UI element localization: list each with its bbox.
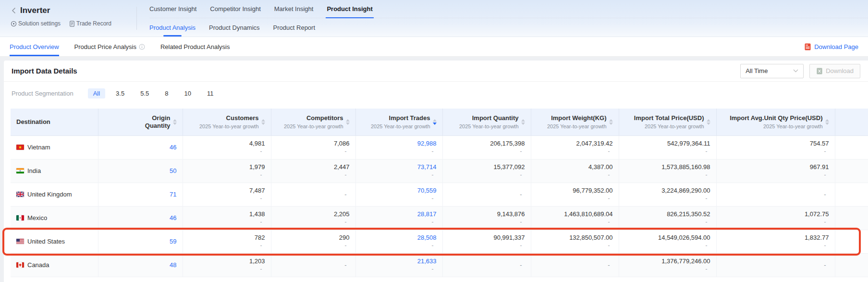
back-icon[interactable] bbox=[11, 7, 17, 14]
tab-product-insight[interactable]: Product Insight bbox=[327, 0, 372, 18]
column-header-origin-quantity[interactable]: Origin Quantity bbox=[98, 109, 183, 135]
cell-value: 2,205 bbox=[277, 210, 350, 218]
value-cell[interactable]: 92,988- bbox=[355, 135, 442, 159]
subtab-product-overview[interactable]: Product Overview bbox=[10, 37, 59, 56]
value-cell[interactable]: 21,633- bbox=[355, 253, 442, 277]
download-button[interactable]: Download bbox=[809, 64, 860, 78]
import-trades-link[interactable]: 28,817 bbox=[362, 210, 437, 218]
sort-control-competitors[interactable] bbox=[346, 119, 350, 125]
destination-cell: Mexico bbox=[11, 206, 98, 230]
column-growth-caption: 2025 Year-to-year growth bbox=[634, 123, 704, 129]
import-trades-link[interactable]: 21,633 bbox=[362, 257, 437, 265]
sort-control-origin-quantity[interactable] bbox=[173, 119, 177, 125]
column-header-import-quantity[interactable]: Import Quantity2025 Year-to-year growth bbox=[442, 109, 531, 135]
cell-growth: - bbox=[537, 242, 613, 249]
segmentation-row: Product Segmentation All3.55.581011 bbox=[4, 82, 868, 105]
caret-up-icon bbox=[521, 119, 525, 122]
import-trades-link[interactable]: 28,508 bbox=[362, 233, 437, 242]
tab-product-report[interactable]: Product Report bbox=[273, 18, 315, 37]
segmentation-option-11[interactable]: 11 bbox=[202, 88, 219, 98]
segmentation-option-all[interactable]: All bbox=[88, 88, 105, 98]
empty-cell bbox=[835, 206, 868, 230]
import-trades-link[interactable]: 73,714 bbox=[362, 163, 437, 171]
column-header-customers[interactable]: Customers2025 Year-to-year growth bbox=[183, 109, 271, 135]
column-header-import-trades[interactable]: Import Trades2025 Year-to-year growth bbox=[355, 109, 442, 135]
caret-down-icon bbox=[521, 123, 525, 125]
column-growth-caption: 2025 Year-to-year growth bbox=[547, 123, 607, 129]
origin-quantity-link[interactable]: 50 bbox=[170, 167, 176, 174]
origin-quantity-link[interactable]: 46 bbox=[170, 214, 176, 221]
tab-competitor-insight[interactable]: Competitor Insight bbox=[210, 0, 261, 18]
value-cell[interactable]: 70,559- bbox=[355, 183, 442, 206]
cell-growth: - bbox=[625, 171, 710, 179]
cell-value: 4,981 bbox=[189, 139, 265, 147]
column-header-import-weight-kg[interactable]: Import Weight(KG)2025 Year-to-year growt… bbox=[531, 109, 619, 135]
subtab-product-price-analysis[interactable]: Product Price Analysis bbox=[74, 37, 145, 56]
origin-quantity-link[interactable]: 71 bbox=[170, 191, 176, 198]
empty-value-dash: - bbox=[722, 261, 829, 269]
value-cell: - bbox=[716, 253, 835, 277]
sort-control-import-avg-unit-qty-price-usd[interactable] bbox=[825, 119, 829, 125]
origin-quantity-cell: 50 bbox=[98, 159, 183, 183]
cell-growth: - bbox=[449, 147, 525, 155]
cell-value: 14,549,026,594.00 bbox=[625, 233, 710, 242]
segmentation-label: Product Segmentation bbox=[12, 90, 73, 97]
import-trades-link[interactable]: 70,559 bbox=[362, 186, 437, 195]
trade-record-button[interactable]: Trade Record bbox=[69, 20, 111, 27]
value-cell: 1,832.77- bbox=[716, 230, 835, 253]
column-header-import-avg: Import Avg2 bbox=[835, 109, 868, 135]
column-header-import-total-price-usd[interactable]: Import Total Price(USD)2025 Year-to-year… bbox=[619, 109, 716, 135]
value-cell[interactable]: 28,508- bbox=[355, 230, 442, 253]
import-trades-link[interactable]: 92,988 bbox=[362, 139, 437, 147]
value-cell: - bbox=[271, 183, 355, 206]
segmentation-option-5-5[interactable]: 5.5 bbox=[135, 88, 154, 98]
card-header: Import Data Details All Time Download bbox=[4, 61, 868, 82]
value-cell: 9,143,876- bbox=[442, 206, 531, 230]
solution-settings-button[interactable]: Solution settings bbox=[11, 20, 61, 27]
table-wrap: DestinationOrigin QuantityCustomers2025 … bbox=[11, 109, 868, 277]
cell-growth: - bbox=[722, 171, 829, 179]
tab-product-dynamics[interactable]: Product Dynamics bbox=[209, 18, 259, 37]
table-row-mexico: Mexico461,438-2,205-28,817-9,143,876-1,4… bbox=[11, 206, 868, 230]
cell-value: 967.91 bbox=[722, 163, 829, 171]
origin-quantity-link[interactable]: 48 bbox=[170, 261, 176, 269]
top-header: Inverter Solution settings Trade Record … bbox=[0, 0, 868, 37]
value-cell[interactable]: 28,817- bbox=[355, 206, 442, 230]
column-header-competitors[interactable]: Competitors2025 Year-to-year growth bbox=[271, 109, 355, 135]
sort-control-import-trades[interactable] bbox=[433, 119, 437, 125]
segmentation-option-10[interactable]: 10 bbox=[179, 88, 196, 98]
segmentation-option-8[interactable]: 8 bbox=[159, 88, 173, 98]
value-cell[interactable]: 73,714- bbox=[355, 159, 442, 183]
destination-name: Vietnam bbox=[27, 144, 50, 151]
cell-value: 1,832.77 bbox=[722, 233, 829, 242]
column-header-import-avg-unit-qty-price-usd[interactable]: Import Avg.Unit Qty Price(USD)2025 Year-… bbox=[716, 109, 835, 135]
time-filter-select[interactable]: All Time bbox=[740, 64, 804, 78]
value-cell: 2,447- bbox=[271, 159, 355, 183]
segmentation-option-3-5[interactable]: 3.5 bbox=[110, 88, 130, 98]
sort-control-import-weight-kg[interactable] bbox=[609, 119, 613, 125]
value-cell: 782- bbox=[183, 230, 271, 253]
tab-market-insight[interactable]: Market Insight bbox=[274, 0, 314, 18]
subtab-related-product-analysis[interactable]: Related Product Analysis bbox=[160, 37, 230, 56]
origin-quantity-link[interactable]: 59 bbox=[170, 238, 176, 245]
download-page-button[interactable]: Download Page bbox=[804, 37, 858, 56]
flag-gb-icon bbox=[16, 192, 24, 197]
caret-down-icon bbox=[346, 123, 350, 125]
tab-product-analysis[interactable]: Product Analysis bbox=[149, 18, 196, 37]
caret-up-icon bbox=[825, 119, 829, 122]
caret-down-icon bbox=[707, 123, 710, 125]
sort-control-customers[interactable] bbox=[261, 119, 265, 125]
value-cell: 90,991,337- bbox=[442, 230, 531, 253]
primary-tab-bar: Customer InsightCompetitor InsightMarket… bbox=[149, 0, 868, 18]
column-label: Customers bbox=[199, 114, 259, 122]
empty-value-dash: - bbox=[537, 261, 613, 269]
cell-value: 90,991,337 bbox=[449, 233, 525, 242]
sort-control-import-total-price-usd[interactable] bbox=[707, 119, 710, 125]
origin-quantity-link[interactable]: 46 bbox=[170, 144, 176, 151]
sort-control-import-quantity[interactable] bbox=[521, 119, 525, 125]
destination-name: United States bbox=[27, 238, 65, 245]
cell-value: 754.57 bbox=[722, 139, 829, 147]
origin-quantity-cell: 46 bbox=[98, 206, 183, 230]
tab-customer-insight[interactable]: Customer Insight bbox=[149, 0, 196, 18]
value-cell: 15,377,092- bbox=[442, 159, 531, 183]
